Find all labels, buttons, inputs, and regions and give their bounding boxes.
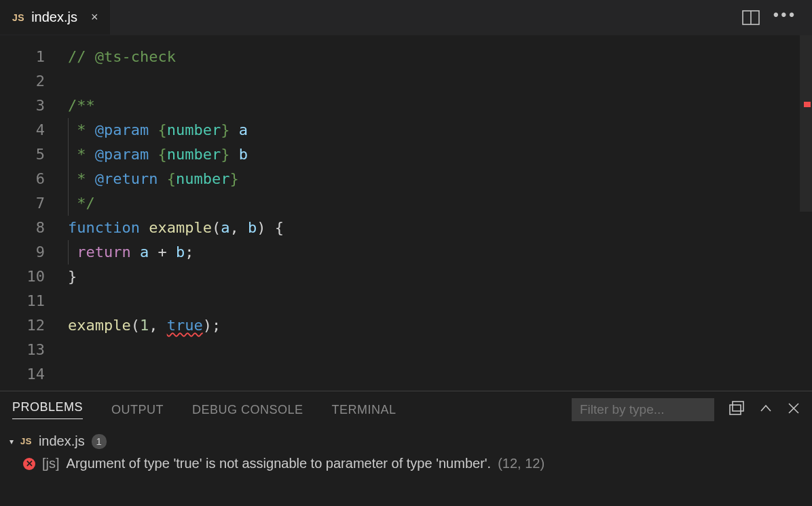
code-token: [131, 244, 140, 260]
overview-ruler[interactable]: [800, 35, 812, 391]
line-number: 4: [0, 118, 45, 142]
code-token: [140, 219, 149, 236]
problem-count-badge: 1: [92, 434, 107, 449]
error-icon: ✕: [23, 458, 35, 470]
panel-tab-row: PROBLEMS OUTPUT DEBUG CONSOLE TERMINAL: [0, 391, 812, 425]
code-line[interactable]: function example(a, b) {: [68, 216, 812, 240]
code-token: @ts-check: [95, 48, 176, 65]
line-number: 3: [0, 94, 45, 118]
chevron-up-icon[interactable]: [759, 402, 773, 419]
bottom-panel: PROBLEMS OUTPUT DEBUG CONSOLE TERMINAL ▾…: [0, 391, 812, 506]
line-number: 2: [0, 69, 45, 94]
svg-rect-3: [730, 405, 741, 414]
tab-problems[interactable]: PROBLEMS: [12, 400, 83, 419]
code-line[interactable]: [68, 69, 812, 94]
viewport-indicator[interactable]: [800, 35, 812, 212]
code-line[interactable]: * @return {number}: [68, 167, 812, 191]
code-token: @param: [95, 121, 149, 138]
code-token: (: [131, 317, 140, 334]
problems-list: ▾ JS index.js 1 ✕ [js] Argument of type …: [0, 425, 812, 471]
code-token: }: [68, 268, 77, 285]
line-number: 8: [0, 216, 45, 240]
code-line[interactable]: example(1, true);: [68, 313, 812, 338]
error-marker[interactable]: [804, 102, 811, 107]
line-number: 9: [0, 240, 45, 265]
code-token: {: [149, 121, 167, 138]
code-token: (: [212, 219, 221, 236]
tab-filename: index.js: [31, 9, 77, 25]
line-number: 11: [0, 289, 45, 313]
code-token: *: [68, 121, 95, 138]
collapse-all-icon[interactable]: [729, 401, 744, 419]
error-message: Argument of type 'true' is not assignabl…: [67, 456, 492, 471]
code-token: );: [203, 317, 221, 334]
code-line[interactable]: [68, 289, 812, 313]
close-tab-icon[interactable]: ×: [91, 10, 98, 24]
more-actions-icon[interactable]: •••: [773, 6, 797, 24]
problem-file-name: index.js: [39, 433, 85, 449]
tab-bar: JS index.js × •••: [0, 0, 812, 35]
tab-output[interactable]: OUTPUT: [111, 403, 164, 417]
svg-rect-2: [733, 402, 743, 411]
code-token: @return: [95, 170, 158, 187]
code-token: number: [176, 170, 229, 187]
code-token: /**: [68, 97, 95, 114]
line-number: 10: [0, 265, 45, 289]
code-token: */: [68, 195, 95, 212]
line-number: 6: [0, 167, 45, 191]
code-token: b: [239, 146, 248, 163]
code-token: [68, 244, 77, 260]
line-number: 5: [0, 142, 45, 167]
close-panel-icon[interactable]: [788, 402, 800, 418]
code-line[interactable]: return a + b;: [68, 240, 812, 265]
code-token: 1: [140, 317, 149, 334]
code-token: }: [229, 170, 238, 187]
code-line[interactable]: */: [68, 191, 812, 216]
line-number: 13: [0, 338, 45, 362]
js-lang-badge: JS: [20, 436, 32, 446]
code-token: @param: [95, 146, 149, 163]
line-number: 14: [0, 362, 45, 387]
code-line[interactable]: [68, 338, 812, 362]
line-number: 7: [0, 191, 45, 216]
code-token: b: [176, 244, 185, 260]
code-token: example: [68, 317, 131, 334]
code-token: {: [149, 146, 167, 163]
line-number-gutter: 1234567891011121314: [0, 35, 60, 391]
error-position: (12, 12): [498, 456, 545, 471]
code-line[interactable]: // @ts-check: [68, 45, 812, 69]
code-token: true: [167, 317, 203, 334]
code-token: function: [68, 219, 140, 236]
code-line[interactable]: }: [68, 265, 812, 289]
code-area[interactable]: // @ts-check/** * @param {number} a * @p…: [60, 35, 812, 391]
code-token: ,: [149, 317, 167, 334]
code-editor[interactable]: 1234567891011121314 // @ts-check/** * @p…: [0, 35, 812, 391]
code-token: a: [239, 121, 248, 138]
caret-down-icon: ▾: [10, 437, 14, 446]
problem-file-row[interactable]: ▾ JS index.js 1: [10, 431, 802, 452]
split-editor-icon[interactable]: [742, 10, 760, 25]
code-line[interactable]: /**: [68, 94, 812, 118]
code-line[interactable]: * @param {number} b: [68, 142, 812, 167]
js-lang-badge: JS: [12, 12, 24, 23]
code-line[interactable]: * @param {number} a: [68, 118, 812, 142]
code-token: }: [221, 146, 239, 163]
tab-debug-console[interactable]: DEBUG CONSOLE: [192, 403, 303, 417]
code-line[interactable]: [68, 362, 812, 387]
line-number: 12: [0, 313, 45, 338]
code-token: number: [167, 121, 221, 138]
code-token: +: [149, 244, 176, 260]
tab-terminal[interactable]: TERMINAL: [332, 403, 396, 417]
problems-filter-input[interactable]: [572, 398, 714, 421]
code-token: *: [68, 170, 95, 187]
code-token: b: [248, 219, 257, 236]
code-token: example: [149, 219, 212, 236]
code-token: //: [68, 48, 95, 65]
code-token: number: [167, 146, 221, 163]
code-token: }: [221, 121, 239, 138]
tabbar-actions: •••: [742, 0, 812, 35]
code-token: a: [140, 244, 149, 260]
editor-tab-indexjs[interactable]: JS index.js ×: [0, 0, 110, 35]
code-token: return: [77, 244, 130, 260]
problem-item[interactable]: ✕ [js] Argument of type 'true' is not as…: [10, 452, 802, 471]
